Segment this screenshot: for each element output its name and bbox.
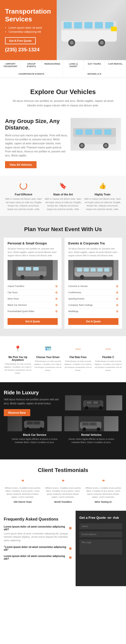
svg-rect-15 [85,129,92,135]
plan-card-corporate: Events & Corporate Tra Sit lacus rhoncus… [65,238,122,329]
nav-long-short[interactable]: Long & Short [63,60,84,70]
how-driver: 🪪 Choose Your Driver Pellentesque at nul… [34,344,62,375]
svg-rect-25 [18,267,24,271]
bookmark-icon: 🔖 [58,181,68,191]
hero-section: Transportation Services Lorem ipsum dolo… [0,0,126,60]
hero-cta-button[interactable]: Get A Free Quote [5,37,36,44]
plan-list-1-item-4[interactable]: Black Car Services [8,302,58,308]
plan-list-2-item-5[interactable]: Weddings [68,308,118,315]
svg-point-28 [21,275,25,279]
feature-trained: 👍 Highly Train Nibh in massa nisl dictum… [84,181,121,211]
view-vehicles-button[interactable]: View All Vehicles [5,161,37,168]
fee-icon: — [73,344,83,354]
svg-point-21 [104,144,107,147]
faq-question-1[interactable]: Lorem ipsum dolor sit amet consectetur a… [4,525,72,531]
plan-card-2-btn[interactable]: Get A Quote [68,318,118,325]
faq-item-1: Lorem ipsum dolor sit amet consectetur a… [4,525,72,542]
quote-message-input[interactable] [79,539,122,554]
faq-item-2: "Lorem ipsum dolor sit amet consectetur … [4,546,72,551]
faq-answer-1: Lorem ipsum dolor sit amet, consectetur … [4,532,72,542]
black-car-image [8,416,62,431]
how-section: 📍 We Pick You Up Anywhere Pellentesque a… [0,336,126,382]
hero-bullet-2: Consectetur adipiscing elit [5,30,64,33]
plan-list-2-item-1[interactable]: Concerts & Venues [68,283,118,289]
group-text: Any Group Size, Any Distance. Morbi curs… [5,118,68,168]
svg-rect-33 [77,268,82,272]
plan-card-1-desc: Sit lacus rhoncus non porttitor et, posu… [8,247,58,257]
svg-rect-14 [76,129,83,135]
faq-question-2[interactable]: "Lorem ipsum dolor sit amet consectetur … [4,546,72,551]
quote-icon-2: ❝ [44,479,82,485]
svg-point-46 [99,406,102,410]
quote-name-input[interactable] [79,523,122,529]
feature-fuel-desc: Nibh in massa nisl dictum ante. Nam vel … [5,197,42,211]
feature-art-desc: Nibh in massa nisl dictum ante. Nam vel … [45,197,82,211]
nav-airport[interactable]: Airport Transport [0,60,21,70]
plan-title: Plan Your Next Event With Us [4,226,122,233]
testimonial-2: ❝ Efficitur at arcu. Curabitur at arcu p… [44,479,82,503]
svg-rect-36 [98,268,103,272]
svg-rect-57 [82,423,88,425]
flexible-icon: — [103,344,113,354]
nav-moving[interactable]: Moving & R [63,70,126,78]
group-image [71,118,121,151]
svg-rect-17 [104,129,111,135]
luxury-content: Ride In Luxury Velit lacus rhoncus non p… [4,390,122,416]
hero-bullet-1: Lorem ipsum dolor sit amet [5,26,64,29]
feature-art-title: State of the Art [45,193,82,196]
nav-car-rental[interactable]: Car Rental [105,60,126,70]
plan-list-2-item-4[interactable]: Company Team Outings [68,302,118,308]
vehicle-type-1-title: Black Car Service [8,433,62,436]
plan-list-1-item-5[interactable]: Prescheduled Quick Rides [8,308,58,315]
how-fee-title: Flat Rate Fees [64,356,92,359]
luxury-car-2: Black Car Service Donec metus ligula eff… [8,416,62,444]
how-driver-desc: Pellentesque at nulla ut porta dapibus. … [34,360,62,372]
how-fee-desc: Pellentesque at nulla ut porta dapibus. … [64,360,92,372]
bottom-section: Frequently Asked Questions Lorem ipsum d… [0,511,126,586]
svg-point-53 [40,427,43,431]
features-section: Fuel Efficient Nibh in massa nisl dictum… [0,176,126,216]
svg-point-52 [26,427,30,431]
testimonial-2-text: Efficitur at arcu. Curabitur at arcu pri… [44,487,82,499]
explore-desc: Sit lacus rhoncus non porttitor et, posu… [13,99,113,108]
how-flexible-desc: Pellentesque at nulla ut porta dapibus. … [94,360,122,372]
plan-card-1-title: Personal & Small Groups [8,241,58,245]
how-driver-title: Choose Your Driver [34,356,62,359]
nav-corporate[interactable]: Coorporate Events [0,70,63,78]
plan-list-2-item-2[interactable]: Conferences [68,289,118,296]
location-icon: 📍 [13,344,23,354]
how-pickup-title: We Pick You Up Anywhere [4,356,32,361]
quote-form-section: Get a Free Quote -or- Ask [76,511,126,586]
plan-card-personal: Personal & Small Groups Sit lacus rhoncu… [4,238,61,329]
quote-email-input[interactable] [79,531,122,537]
vehicle-types: Black Car Service Donec metus ligula eff… [4,416,122,452]
faq-title: Frequently Asked Questions [4,517,72,522]
svg-rect-44 [93,401,98,404]
svg-rect-50 [27,422,33,424]
luxury-car-3: Rental Vehicles Donec metus ligula effic… [64,416,118,444]
how-pickup-desc: Pellentesque at nulla ut porta dapibus. … [4,363,32,375]
plan-list-1-item-1[interactable]: Airport Transfers [8,283,58,289]
reserve-now-button[interactable]: Reserve Now [4,409,30,416]
svg-point-38 [80,275,84,279]
vehicle-type-2-desc: Donec metus ligula efficitur at ipsum a … [64,438,118,444]
plan-card-1-btn[interactable]: Get A Quote [8,318,58,325]
faq-question-3[interactable]: Lorem ipsum dolor sit amet consectetur a… [4,555,72,560]
group-section: Any Group Size, Any Distance. Morbi curs… [0,113,126,174]
plan-list-1-item-3[interactable]: Wine Tours [8,296,58,302]
svg-rect-26 [26,267,31,271]
hero-title: Transportation Services [5,8,64,23]
nav-ridesharing[interactable]: Ridesharing [42,60,63,70]
svg-rect-51 [34,422,40,424]
testimonial-3-text: Efficitur at arcu. Curabitur at arcu pri… [84,487,122,499]
svg-point-45 [85,406,88,410]
plan-card-1-image [8,260,58,280]
nav-group-events[interactable]: Group Events [21,60,42,70]
svg-rect-43 [86,401,91,404]
plan-list-1-item-2[interactable]: City Tours [8,289,58,296]
quote-form-title: Get a Free Quote -or- Ask [79,516,122,520]
how-pickup: 📍 We Pick You Up Anywhere Pellentesque a… [4,344,32,375]
nav-day-tours[interactable]: Day Tours [84,60,105,70]
svg-point-39 [103,275,107,279]
plan-list-2-item-3[interactable]: Sporting Events [68,296,118,302]
